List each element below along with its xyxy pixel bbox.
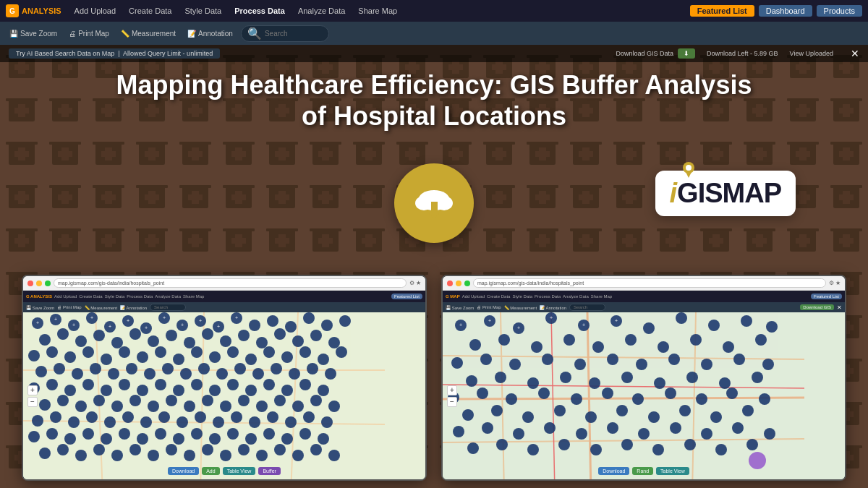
svg-point-218: [480, 354, 492, 365]
svg-point-140: [321, 416, 333, 428]
igismap-name: GISMAP: [677, 178, 781, 209]
svg-point-159: [57, 444, 69, 455]
add-btn-left[interactable]: Add: [202, 467, 219, 475]
svg-point-36: [321, 320, 333, 331]
nav-share-map[interactable]: Share Map: [352, 5, 403, 17]
map-screenshot-right: map.igismap.com/gis-data/india/hospitals…: [441, 275, 846, 481]
svg-marker-10: [427, 210, 441, 220]
svg-point-128: [104, 416, 116, 428]
svg-point-260: [482, 422, 493, 434]
svg-point-275: [621, 439, 633, 450]
svg-point-93: [82, 379, 94, 390]
download-gis-btn[interactable]: ⬇: [678, 48, 695, 59]
svg-point-107: [39, 399, 51, 411]
svg-point-266: [670, 422, 681, 434]
svg-point-49: [238, 330, 250, 341]
svg-point-87: [289, 368, 300, 380]
zoom-controls-right: + −: [447, 385, 457, 407]
svg-point-65: [209, 351, 221, 363]
app-logo: G ANALYSIS: [6, 4, 61, 17]
svg-point-39: [57, 328, 69, 340]
svg-point-58: [82, 346, 94, 358]
print-map-btn[interactable]: 🖨 Print Map: [65, 28, 113, 39]
map-search-mini-r[interactable]: [569, 304, 605, 311]
download-btn-right[interactable]: Download: [598, 467, 629, 475]
svg-point-259: [453, 426, 464, 437]
download-btn-left[interactable]: Download: [168, 467, 199, 475]
rand-btn-right[interactable]: Rand: [632, 467, 653, 475]
download-gis-section: Download GIS Data ⬇: [616, 48, 696, 59]
svg-point-158: [39, 448, 51, 459]
map-toolbar-right: 💾 Save Zoom 🖨 Print Map 📏 Measurement 📝 …: [443, 302, 845, 312]
browser-bar-left: map.igismap.com/gis-data/india/hospitals…: [23, 276, 425, 291]
buffer-btn-left[interactable]: Buffer: [258, 467, 281, 475]
svg-point-33: [267, 315, 278, 327]
nav-analyze-data[interactable]: Analyze Data: [292, 5, 351, 17]
svg-text:+: +: [235, 315, 238, 320]
svg-point-149: [173, 433, 184, 445]
svg-point-114: [166, 395, 177, 406]
svg-point-245: [665, 388, 676, 399]
svg-point-124: [32, 415, 43, 427]
map-toolbar-left: 💾 Save Zoom 🖨 Print Map 📏 Measurement 📝 …: [23, 302, 425, 312]
svg-point-77: [108, 368, 119, 380]
zoom-in-btn[interactable]: +: [27, 385, 38, 395]
svg-point-147: [137, 433, 148, 445]
save-zoom-btn[interactable]: 💾 Save Zoom: [6, 28, 61, 39]
search-input[interactable]: [265, 30, 323, 38]
svg-point-160: [75, 450, 87, 461]
zoom-out-btn-r[interactable]: −: [447, 397, 457, 407]
svg-point-47: [202, 328, 213, 340]
featured-list-btn[interactable]: Featured List: [690, 5, 754, 17]
download-gis-mini: Download GIS: [800, 304, 834, 310]
zoom-out-btn[interactable]: −: [27, 397, 38, 407]
svg-point-170: [256, 450, 268, 461]
svg-point-269: [764, 428, 775, 440]
svg-point-82: [198, 363, 210, 374]
svg-point-105: [299, 379, 311, 390]
svg-point-202: [643, 322, 655, 334]
svg-point-115: [184, 401, 195, 412]
svg-point-68: [263, 346, 275, 358]
svg-point-279: [746, 439, 758, 450]
annotation-btn[interactable]: 📝 Annotation: [184, 28, 237, 39]
featured-list-mini: Featured List: [391, 294, 422, 299]
svg-point-92: [64, 385, 76, 396]
svg-point-122: [310, 395, 322, 406]
svg-point-125: [50, 411, 61, 423]
svg-point-239: [477, 388, 488, 399]
banner-close-icon[interactable]: ✕: [851, 48, 859, 59]
svg-point-43: [129, 328, 141, 340]
svg-point-261: [513, 428, 524, 440]
svg-point-74: [54, 363, 65, 374]
measurement-btn[interactable]: 📏 Measurement: [117, 28, 179, 39]
close-btn-mini[interactable]: ✕: [837, 304, 842, 311]
zoom-in-btn-r[interactable]: +: [447, 385, 457, 395]
browser-close-dot-r: [447, 281, 453, 286]
map-search-mini[interactable]: [150, 304, 186, 311]
download-icon-container: [394, 163, 474, 243]
svg-point-12: [686, 165, 692, 171]
svg-point-222: [607, 354, 618, 365]
nav-create-data[interactable]: Create Data: [123, 5, 177, 17]
search-container: 🔍: [241, 25, 329, 42]
nav-add-upload[interactable]: Add Upload: [69, 5, 122, 17]
location-pin-icon: [683, 162, 694, 181]
products-btn[interactable]: Products: [817, 5, 862, 17]
notification-banner: Try AI Based Search Data on Map | Allowe…: [0, 45, 868, 62]
svg-point-85: [252, 368, 264, 380]
table-view-btn-right[interactable]: Table View: [656, 467, 689, 475]
nav-process-data[interactable]: Process Data: [229, 5, 291, 17]
table-view-btn-left[interactable]: Table View: [223, 467, 256, 475]
svg-point-97: [155, 379, 166, 390]
svg-point-126: [68, 416, 80, 428]
svg-point-76: [90, 363, 101, 374]
svg-point-257: [710, 411, 722, 423]
igismap-prefix: i: [670, 178, 678, 209]
svg-point-244: [632, 393, 644, 405]
svg-point-106: [318, 385, 329, 396]
svg-point-249: [462, 409, 474, 421]
dashboard-btn[interactable]: Dashboard: [759, 5, 812, 17]
svg-point-229: [495, 372, 506, 383]
nav-style-data[interactable]: Style Data: [179, 5, 227, 17]
